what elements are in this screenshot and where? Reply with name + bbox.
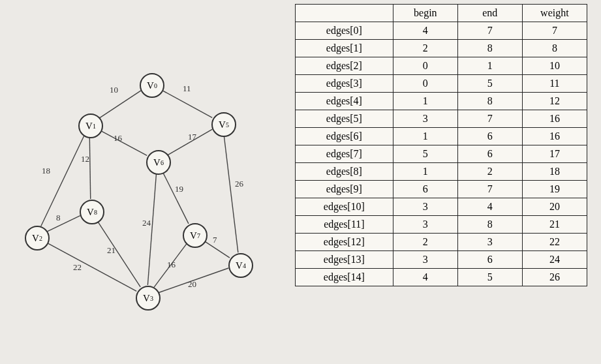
cell-end: 6 xyxy=(457,251,522,269)
graph-edge-weight-3-8: 21 xyxy=(107,245,116,255)
cell-weight: 18 xyxy=(522,163,587,181)
table-row: edges[8]1218 xyxy=(296,163,587,181)
table-body: edges[0]477edges[1]288edges[2]0110edges[… xyxy=(296,22,587,286)
cell-end: 4 xyxy=(457,198,522,216)
cell-label: edges[6] xyxy=(296,128,393,145)
graph-edge-weight-4-7: 7 xyxy=(213,235,217,245)
cell-end: 8 xyxy=(457,40,522,57)
cell-weight: 21 xyxy=(522,216,587,234)
graph-edge-weight-2-8: 8 xyxy=(56,213,61,222)
cell-begin: 3 xyxy=(393,110,457,128)
cell-label: edges[7] xyxy=(296,145,393,163)
cell-end: 8 xyxy=(457,93,522,110)
cell-end: 7 xyxy=(457,110,522,128)
table-row: edges[5]3716 xyxy=(296,110,587,128)
table-row: edges[9]6719 xyxy=(296,181,587,198)
cell-weight: 26 xyxy=(522,269,587,286)
edges-table: begin end weight edges[0]477edges[1]288e… xyxy=(295,4,587,286)
cell-begin: 3 xyxy=(393,198,457,216)
cell-weight: 16 xyxy=(522,128,587,145)
graph-diagram: 1011181216822212416207261719 V0V1V2V3V4V… xyxy=(13,46,287,326)
graph-edge-2-3 xyxy=(46,243,136,292)
table-row: edges[4]1812 xyxy=(296,93,587,110)
graph-edge-weight-3-6: 24 xyxy=(142,218,151,228)
graph-node-2: V2 xyxy=(25,226,50,250)
graph-node-7: V7 xyxy=(183,223,208,248)
graph-node-6: V6 xyxy=(146,150,171,175)
table-row: edges[6]1616 xyxy=(296,128,587,145)
cell-end: 6 xyxy=(457,128,522,145)
cell-end: 2 xyxy=(457,163,522,181)
cell-weight: 22 xyxy=(522,234,587,251)
cell-begin: 4 xyxy=(393,22,457,40)
cell-label: edges[14] xyxy=(296,269,393,286)
cell-label: edges[9] xyxy=(296,181,393,198)
table-row: edges[14]4526 xyxy=(296,269,587,286)
cell-weight: 11 xyxy=(522,75,587,93)
cell-begin: 2 xyxy=(393,234,457,251)
graph-edge-0-1 xyxy=(99,91,141,118)
edge-table: begin end weight edges[0]477edges[1]288e… xyxy=(295,4,587,286)
cell-begin: 1 xyxy=(393,128,457,145)
graph-node-5: V5 xyxy=(211,112,236,137)
graph-edge-1-6 xyxy=(100,130,147,156)
graph-edge-weight-3-4: 20 xyxy=(188,279,196,289)
cell-weight: 24 xyxy=(522,251,587,269)
cell-weight: 7 xyxy=(522,22,587,40)
graph-edge-weight-4-5: 26 xyxy=(235,179,244,189)
graph-edge-weight-2-3: 22 xyxy=(73,262,82,272)
graph-edge-0-5 xyxy=(161,90,212,118)
graph-node-0: V0 xyxy=(140,73,164,98)
cell-end: 1 xyxy=(457,57,522,75)
cell-begin: 4 xyxy=(393,269,457,286)
cell-end: 5 xyxy=(457,75,522,93)
cell-end: 8 xyxy=(457,216,522,234)
col-header-weight: weight xyxy=(522,5,587,22)
cell-weight: 17 xyxy=(522,145,587,163)
graph-edge-3-8 xyxy=(97,220,140,287)
cell-end: 7 xyxy=(457,22,522,40)
graph-node-3: V3 xyxy=(136,286,161,311)
cell-weight: 19 xyxy=(522,181,587,198)
graph-edge-3-6 xyxy=(147,173,156,285)
table-row: edges[12]2322 xyxy=(296,234,587,251)
cell-weight: 12 xyxy=(522,93,587,110)
cell-weight: 20 xyxy=(522,198,587,216)
cell-end: 7 xyxy=(457,181,522,198)
cell-label: edges[13] xyxy=(296,251,393,269)
table-row: edges[0]477 xyxy=(296,22,587,40)
cell-end: 6 xyxy=(457,145,522,163)
graph-edge-weight-1-2: 18 xyxy=(42,166,50,175)
graph-edge-1-2 xyxy=(41,135,85,226)
graph-edge-weight-0-1: 10 xyxy=(110,85,118,95)
cell-label: edges[0] xyxy=(296,22,393,40)
cell-end: 3 xyxy=(457,234,522,251)
graph-node-1: V1 xyxy=(78,114,103,138)
table-row: edges[2]0110 xyxy=(296,57,587,75)
graph-edge-weight-1-8: 12 xyxy=(81,154,89,164)
cell-begin: 1 xyxy=(393,93,457,110)
table-header-row: begin end weight xyxy=(296,5,587,22)
cell-label: edges[11] xyxy=(296,216,393,234)
cell-begin: 1 xyxy=(393,163,457,181)
graph-edge-weight-0-5: 11 xyxy=(183,83,191,93)
cell-label: edges[10] xyxy=(296,198,393,216)
graph-node-4: V4 xyxy=(228,253,253,278)
cell-weight: 16 xyxy=(522,110,587,128)
graph-edge-weight-6-7: 19 xyxy=(175,184,183,194)
graph-edge-2-8 xyxy=(46,216,80,232)
col-header-begin: begin xyxy=(393,5,457,22)
page: { "graph": { "nodes": [ {"id":0,"label":… xyxy=(0,0,601,364)
graph-node-8: V8 xyxy=(80,200,104,224)
table-row: edges[10]3420 xyxy=(296,198,587,216)
cell-label: edges[4] xyxy=(296,93,393,110)
cell-label: edges[2] xyxy=(296,57,393,75)
graph-edge-weight-1-6: 16 xyxy=(114,133,123,143)
cell-begin: 2 xyxy=(393,40,457,57)
graph-edge-4-5 xyxy=(224,135,238,252)
graph-edge-6-7 xyxy=(162,172,189,224)
cell-begin: 0 xyxy=(393,57,457,75)
cell-label: edges[8] xyxy=(296,163,393,181)
cell-end: 5 xyxy=(457,269,522,286)
table-row: edges[3]0511 xyxy=(296,75,587,93)
